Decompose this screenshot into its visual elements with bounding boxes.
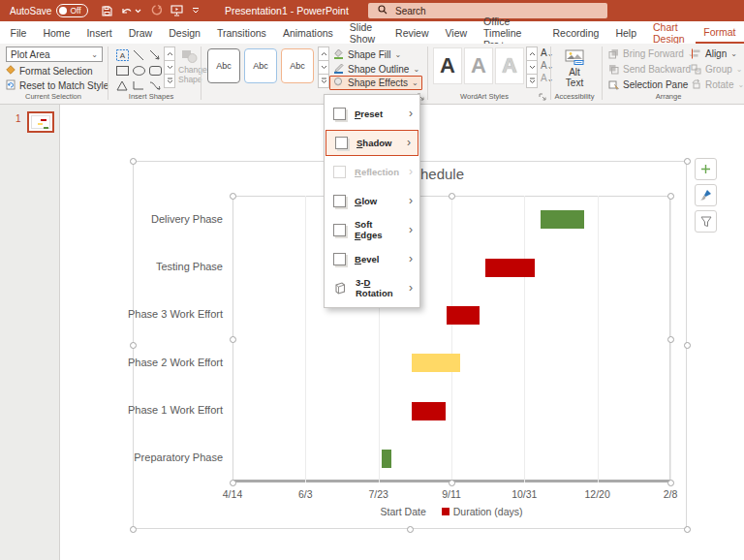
save-icon[interactable]	[102, 6, 112, 16]
scroll-up-icon[interactable]	[526, 47, 538, 61]
customize-qat-chevron-icon[interactable]	[192, 8, 200, 14]
scroll-down-icon[interactable]	[526, 60, 538, 75]
text-effects-icon[interactable]: A⌄	[541, 73, 553, 83]
shape-fill-button[interactable]: Shape Fill⌄	[333, 48, 401, 61]
category-axis-label[interactable]: Phase 3 Work Effort	[29, 308, 223, 320]
resize-handle[interactable]	[230, 336, 236, 343]
rectangle-shape-icon[interactable]	[114, 63, 130, 78]
reset-to-match-style-button[interactable]: Reset to Match Style	[6, 79, 108, 92]
tab-draw[interactable]: Draw	[120, 21, 161, 44]
gallery-more-icon[interactable]	[164, 74, 175, 88]
undo-icon[interactable]	[121, 6, 141, 16]
chart-styles-button[interactable]	[695, 184, 717, 206]
shape-style-preset-1[interactable]: Abc	[207, 48, 240, 83]
wordart-dialog-launcher-icon[interactable]	[539, 92, 546, 103]
shape-outline-label: Shape Outline	[348, 64, 409, 75]
tab-chart-design[interactable]: Chart Design	[644, 21, 695, 44]
menu-item-bevel[interactable]: Bevel›	[325, 244, 419, 273]
menu-item-soft-edges[interactable]: Soft Edges›	[325, 215, 419, 244]
arrow-shape-icon[interactable]	[147, 47, 163, 62]
gantt-bar-phase-2-work-effort[interactable]	[412, 354, 460, 372]
gantt-bar-delivery-phase[interactable]	[541, 210, 584, 229]
triangle-shape-icon[interactable]	[114, 78, 130, 93]
tab-home[interactable]: Home	[35, 21, 78, 44]
resize-handle[interactable]	[230, 480, 236, 486]
tab-format[interactable]: Format	[696, 21, 744, 44]
shape-outline-button[interactable]: Shape Outline⌄	[333, 63, 419, 76]
gallery-more-icon[interactable]	[526, 74, 538, 88]
resize-handle[interactable]	[667, 193, 674, 200]
autosave-toggle[interactable]: Off	[56, 4, 87, 17]
category-axis-label[interactable]: Preparatory Phase	[29, 451, 223, 463]
category-axis-label[interactable]: Delivery Phase	[29, 213, 223, 225]
shape-effects-button[interactable]: Shape Effects⌄	[329, 76, 422, 90]
menu-item-preset[interactable]: Preset›	[325, 99, 419, 128]
text-fill-icon[interactable]: A⌄	[541, 47, 553, 58]
chart-elements-button[interactable]	[695, 158, 717, 180]
resize-handle[interactable]	[130, 526, 137, 533]
wordart-preset-3[interactable]: A	[495, 47, 524, 84]
category-axis-label[interactable]: Phase 1 Work Effort	[29, 404, 223, 416]
slideshow-from-beginning-icon[interactable]	[170, 5, 183, 16]
oval-shape-icon[interactable]	[131, 63, 146, 78]
menu-item-label: 3-D Rotation	[356, 277, 400, 298]
group-divider	[201, 47, 202, 100]
resize-handle[interactable]	[684, 526, 691, 533]
gallery-more-icon[interactable]	[318, 74, 329, 88]
tab-help[interactable]: Help	[607, 21, 645, 44]
autosave-control[interactable]: AutoSave Off	[10, 4, 88, 17]
category-axis-label[interactable]: Phase 2 Work Effort	[29, 357, 223, 368]
menu-item-3d-rotation[interactable]: 3-D Rotation›	[325, 273, 419, 302]
slide-thumbnail[interactable]	[27, 111, 54, 133]
bevel-icon	[333, 253, 346, 265]
scroll-up-icon[interactable]	[318, 47, 329, 61]
resize-handle[interactable]	[667, 336, 674, 343]
menu-item-shadow[interactable]: Shadow›	[326, 130, 418, 156]
gantt-bar-phase-1-work-effort[interactable]	[412, 402, 446, 420]
wordart-preset-2[interactable]: A	[464, 47, 493, 84]
gridline	[524, 196, 525, 482]
scroll-down-icon[interactable]	[318, 60, 329, 75]
tab-recording[interactable]: Recording	[544, 21, 607, 44]
resize-handle[interactable]	[449, 480, 455, 486]
chart-filters-button[interactable]	[695, 210, 717, 233]
shape-style-preset-2[interactable]: Abc	[244, 48, 277, 83]
textbox-shape-icon[interactable]: A	[114, 47, 130, 62]
menu-item-glow[interactable]: Glow›	[325, 186, 419, 215]
align-button[interactable]: Align⌄	[691, 48, 737, 59]
gantt-bar-preparatory-phase[interactable]	[382, 450, 392, 468]
selection-pane-button[interactable]: Selection Pane	[608, 79, 688, 90]
text-outline-icon[interactable]: A⌄	[541, 60, 553, 71]
tab-office-timeline-pro-[interactable]: Office Timeline Pro+	[476, 21, 544, 44]
format-selection-button[interactable]: Format Selection	[6, 65, 93, 77]
tab-slide-show[interactable]: Slide Show	[341, 21, 387, 44]
tab-animations[interactable]: Animations	[274, 21, 341, 44]
shape-style-preset-3[interactable]: Abc	[281, 48, 314, 83]
resize-handle[interactable]	[130, 342, 137, 349]
resize-handle[interactable]	[230, 193, 236, 200]
tab-view[interactable]: View	[437, 21, 476, 44]
resize-handle[interactable]	[407, 526, 414, 533]
category-axis-label[interactable]: Testing Phase	[29, 261, 223, 272]
resize-handle[interactable]	[449, 193, 455, 200]
tab-design[interactable]: Design	[161, 21, 209, 44]
gantt-bar-phase-3-work-effort[interactable]	[447, 306, 479, 325]
chart-element-selector[interactable]: Plot Area ⌄	[6, 47, 103, 62]
curve-connector-shape-icon[interactable]	[147, 78, 163, 93]
resize-handle[interactable]	[130, 158, 137, 165]
gantt-bar-testing-phase[interactable]	[485, 259, 535, 277]
scroll-down-icon[interactable]	[164, 60, 175, 75]
rounded-rectangle-shape-icon[interactable]	[147, 63, 163, 78]
elbow-connector-shape-icon[interactable]	[131, 78, 146, 93]
resize-handle[interactable]	[667, 480, 674, 486]
tab-review[interactable]: Review	[388, 21, 437, 44]
tab-insert[interactable]: Insert	[78, 21, 120, 44]
alt-text-button[interactable]: AltText	[558, 49, 591, 88]
resize-handle[interactable]	[684, 342, 691, 349]
tab-file[interactable]: File	[2, 21, 35, 44]
scroll-up-icon[interactable]	[164, 47, 175, 61]
wordart-preset-1[interactable]: A	[433, 47, 462, 84]
resize-handle[interactable]	[684, 158, 691, 165]
tab-transitions[interactable]: Transitions	[208, 21, 274, 44]
line-shape-icon[interactable]	[131, 47, 146, 62]
